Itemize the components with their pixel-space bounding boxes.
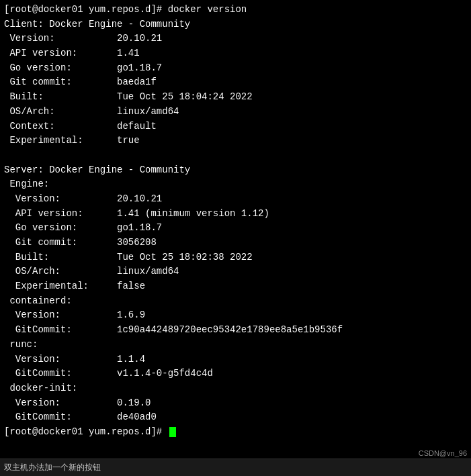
kv-key: GitCommit: [4,368,72,379]
terminal-line: Version: 20.10.21 [4,192,467,207]
kv-key: Version: [4,193,60,204]
kv-value: linux/amd64 [55,106,179,117]
kv-value: linux/amd64 [60,266,179,277]
kv-key: Built: [4,252,49,263]
bottom-bar: 双主机办法加一个新的按钮 [0,459,471,476]
terminal-line: Built: Tue Oct 25 18:04:24 2022 [4,90,467,105]
kv-key: Git commit: [4,77,72,87]
terminal-line: Experimental: false [4,279,467,294]
terminal-line: Version: 20.10.21 [4,32,467,46]
kv-value: de40ad0 [72,412,157,422]
kv-key: Context: [4,121,55,132]
terminal-window: [root@docker01 yum.repos.d]# docker vers… [0,0,471,476]
terminal-line: OS/Arch: linux/amd64 [4,265,467,279]
kv-key: GitCommit: [4,412,72,422]
kv-key: Go version: [4,222,77,233]
kv-value: 1c90a442489720eec95342e1789ee8a5e1b9536f [72,324,343,335]
kv-key: OS/Arch: [4,266,60,277]
terminal-cursor [169,427,176,437]
terminal-line [4,148,467,163]
kv-key: Git commit: [4,237,77,248]
kv-key: Version: [4,310,60,320]
terminal-line: Go version: go1.18.7 [4,221,467,236]
terminal-line: Version: 1.1.4 [4,352,467,367]
terminal-line: Built: Tue Oct 25 18:02:38 2022 [4,250,467,265]
terminal-line: API version: 1.41 [4,46,467,61]
terminal-line: GitCommit: 1c90a442489720eec95342e1789ee… [4,323,467,338]
terminal-line: Git commit: baeda1f [4,75,467,90]
kv-value: go1.18.7 [72,62,162,73]
kv-key: Go version: [4,62,72,73]
kv-value: 20.10.21 [60,193,162,204]
terminal-line: Go version: go1.18.7 [4,61,467,76]
bottom-bar-text: 双主机办法加一个新的按钮 [4,462,101,473]
kv-key: OS/Arch: [4,106,55,117]
kv-value: 1.41 [77,48,139,58]
terminal-line: Experimental: true [4,134,467,148]
kv-key: Experimental: [4,281,89,291]
terminal-line: Git commit: 3056208 [4,236,467,250]
terminal-line: docker-init: [4,381,467,396]
kv-key: GitCommit: [4,324,72,335]
kv-value: Tue Oct 25 18:02:38 2022 [49,252,252,263]
kv-key: Built: [4,91,44,102]
watermark: CSDN@vn_96 [419,449,467,457]
terminal-line: API version: 1.41 (minimum version 1.12) [4,207,467,222]
terminal-line: [root@docker01 yum.repos.d]# docker vers… [4,3,467,17]
kv-value: true [83,135,140,146]
kv-value: 1.6.9 [60,310,145,320]
kv-key: Version: [4,397,60,408]
kv-value: 0.19.0 [60,397,151,408]
kv-key: Version: [4,354,60,365]
kv-value: baeda1f [72,77,157,87]
kv-value: 1.1.4 [60,354,145,365]
kv-key: Version: [4,33,55,44]
terminal-line: containerd: [4,294,467,309]
kv-value: 1.41 (minimum version 1.12) [83,208,269,219]
kv-value: false [89,281,145,291]
kv-key: API version: [4,48,77,58]
terminal-line: Context: default [4,120,467,134]
terminal-line: Client: Docker Engine - Community [4,17,467,32]
kv-key: Experimental: [4,135,83,146]
kv-value: v1.1.4-0-g5fd4c4d [72,368,213,379]
terminal-line: Version: 0.19.0 [4,396,467,411]
terminal-line: runc: [4,338,467,352]
kv-value: 3056208 [77,237,157,248]
kv-value: Tue Oct 25 18:04:24 2022 [44,91,253,102]
kv-key: API version: [4,208,83,219]
kv-value: default [55,121,157,132]
terminal-line: Server: Docker Engine - Community [4,163,467,178]
terminal-line: GitCommit: de40ad0 [4,410,467,425]
terminal-line: Engine: [4,177,467,192]
kv-value: go1.18.7 [77,222,162,233]
terminal-line: GitCommit: v1.1.4-0-g5fd4c4d [4,367,467,381]
terminal-content: [root@docker01 yum.repos.d]# docker vers… [4,3,467,440]
kv-value: 20.10.21 [55,33,163,44]
terminal-line: OS/Arch: linux/amd64 [4,105,467,120]
terminal-line: Version: 1.6.9 [4,308,467,323]
terminal-line: [root@docker01 yum.repos.d]# [4,425,467,440]
